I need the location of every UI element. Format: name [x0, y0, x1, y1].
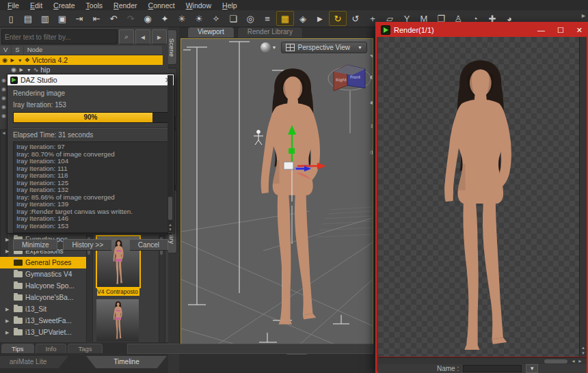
- cancel-button[interactable]: Cancel: [129, 239, 168, 251]
- toolbar-button[interactable]: ≡: [259, 12, 276, 25]
- menu-item[interactable]: Connect: [144, 1, 180, 10]
- folder-item[interactable]: Gymnastics V4: [0, 268, 92, 280]
- toolbar-button[interactable]: ✧: [208, 12, 224, 25]
- filter-input[interactable]: [1, 29, 118, 44]
- svg-text:Right: Right: [336, 77, 347, 83]
- selectability-icon[interactable]: ►: [10, 57, 16, 64]
- render-window-title-bar[interactable]: Render(1/1) — ☐ ✕: [377, 23, 587, 37]
- new-spotlight-icon: ✦: [161, 14, 169, 24]
- minimize-button[interactable]: Minimize: [13, 239, 57, 251]
- tab-tags[interactable]: Tags: [68, 344, 102, 353]
- pose-thumbnail[interactable]: [96, 299, 139, 342]
- toolbar-button[interactable]: ↷: [122, 12, 139, 25]
- close-icon[interactable]: ✕: [576, 26, 583, 35]
- tab-timeline[interactable]: Timeline: [86, 356, 167, 368]
- history-button[interactable]: History >>: [63, 239, 112, 251]
- expander-icon[interactable]: ▼: [27, 68, 31, 72]
- render-name-bar: Name : ▼: [378, 364, 587, 373]
- toolbar-button[interactable]: ▦: [276, 11, 294, 26]
- toolbar-button[interactable]: ✦: [157, 12, 173, 25]
- tab-animate-lite[interactable]: aniMate Lite: [0, 356, 68, 368]
- expand-arrow-icon[interactable]: ▶: [5, 318, 9, 324]
- toolbar-button[interactable]: ↺: [347, 12, 364, 25]
- folder-icon: [14, 283, 23, 289]
- log-line: Iray Iteration: 153: [16, 223, 165, 230]
- folder-item[interactable]: Halcyone'sBa...: [0, 292, 92, 303]
- selectability-icon[interactable]: ►: [18, 66, 25, 73]
- tab-render-library[interactable]: Render Library: [237, 27, 303, 38]
- folder-item[interactable]: ▶ i13_Sit: [0, 303, 92, 315]
- log-line: Iray Iteration: 104: [16, 158, 165, 165]
- toolbar-button[interactable]: ☀: [191, 12, 207, 25]
- tab-tips[interactable]: Tips: [1, 344, 34, 353]
- menu-item[interactable]: Edit: [25, 1, 47, 10]
- folder-item[interactable]: ▶ i13_SweetFa...: [0, 315, 92, 327]
- draw-style-caret-icon[interactable]: ▼: [272, 45, 277, 50]
- maximize-icon[interactable]: ☐: [557, 26, 564, 35]
- svg-text:◑: ◑: [370, 150, 373, 155]
- chevron-down-icon: ▼: [358, 45, 362, 50]
- menu-item[interactable]: Render: [109, 1, 142, 10]
- progress-bar: 90%: [13, 112, 168, 123]
- toolbar-button[interactable]: ⇥: [71, 12, 88, 25]
- new-linear-light-icon: ✧: [213, 14, 220, 24]
- view-selector-dropdown[interactable]: Perspective View ▼: [281, 42, 367, 53]
- toolbar-button[interactable]: ◉: [139, 12, 156, 25]
- folder-item[interactable]: ▶ i13_UPVariet...: [0, 327, 92, 338]
- render-vertical-scrollbar[interactable]: ▲▼: [579, 37, 587, 357]
- toolbar-button[interactable]: ◈: [295, 12, 311, 25]
- render-window-title: Render(1/1): [394, 26, 434, 34]
- menu-item[interactable]: Tools: [81, 1, 108, 10]
- aux-viewport-icon: ▦: [281, 14, 289, 24]
- toolbar-button[interactable]: ▤: [20, 12, 36, 25]
- toolbar-button[interactable]: ↻: [329, 11, 347, 26]
- daz-app-icon: [381, 25, 390, 35]
- viewport-scene: Right Front ◥◐✱ ↕◑: [181, 39, 373, 348]
- node-selection-icon: ►: [316, 14, 325, 24]
- toolbar-overflow-arrow[interactable]: ►: [580, 12, 587, 19]
- folder-item[interactable]: Halcyone Spo...: [0, 280, 92, 292]
- pose-thumbnail-image: [96, 299, 139, 342]
- daz-app-icon: [10, 77, 18, 84]
- tab-scene[interactable]: Scene: [168, 29, 177, 65]
- folder-item[interactable]: General Poses: [0, 257, 92, 268]
- toolbar-button[interactable]: ↶: [105, 12, 122, 25]
- search-icon[interactable]: ⌕: [119, 29, 134, 44]
- menu-item[interactable]: Window: [181, 1, 216, 10]
- expand-arrow-icon[interactable]: ▶: [5, 330, 9, 335]
- universal-manipulator-icon: ◈: [299, 14, 306, 24]
- toolbar-button[interactable]: ❏: [225, 12, 241, 25]
- toolbar-button[interactable]: ▥: [37, 12, 53, 25]
- toolbar-button[interactable]: ▣: [54, 12, 70, 25]
- toolbar-button[interactable]: ✳: [174, 12, 190, 25]
- view-selector-value: Perspective View: [298, 44, 351, 51]
- visibility-eye-icon[interactable]: ◉: [2, 57, 8, 64]
- tab-info[interactable]: Info: [36, 344, 67, 353]
- render-result-image: [378, 37, 580, 357]
- toolbar-button[interactable]: ▯: [3, 12, 19, 25]
- tab-viewport[interactable]: Viewport: [187, 27, 235, 38]
- expand-arrow-icon[interactable]: ▶: [5, 307, 9, 312]
- menu-item[interactable]: Create: [49, 1, 80, 10]
- scene-node-hip[interactable]: ◉ ► ▼ ∿ hip: [0, 65, 163, 74]
- scene-node-victoria[interactable]: ◉ ► ▼ ❖ Victoria 4.2: [0, 55, 163, 65]
- menu-item[interactable]: Help: [217, 1, 242, 10]
- elapsed-time-text: Elapsed Time: 31 seconds: [13, 131, 168, 139]
- minimize-icon[interactable]: —: [537, 26, 545, 35]
- log-scrollbar[interactable]: ▲▼: [168, 75, 173, 232]
- toolbar-button[interactable]: ►: [312, 12, 328, 25]
- render-name-input[interactable]: [463, 365, 522, 372]
- filter-next-button[interactable]: ►: [152, 29, 167, 44]
- draw-style-sphere-icon[interactable]: [260, 42, 271, 53]
- visibility-eye-icon[interactable]: ◉: [11, 66, 16, 73]
- viewport-3d[interactable]: Right Front ◥◐✱ ↕◑ ▼ Perspective View ▼: [181, 38, 373, 348]
- format-dropdown[interactable]: ▼: [526, 364, 538, 373]
- toolbar-button[interactable]: ⇤: [88, 12, 105, 25]
- toolbar-button[interactable]: ◎: [242, 12, 258, 25]
- log-line: Iray Iteration: 132: [16, 186, 165, 194]
- expander-icon[interactable]: ▼: [18, 58, 23, 63]
- filter-prev-button[interactable]: ◄: [135, 29, 150, 44]
- folder-label: i13_UPVariet...: [25, 329, 72, 336]
- dialog-title-bar[interactable]: DAZ Studio ✕: [8, 74, 174, 85]
- menu-item[interactable]: File: [3, 1, 24, 10]
